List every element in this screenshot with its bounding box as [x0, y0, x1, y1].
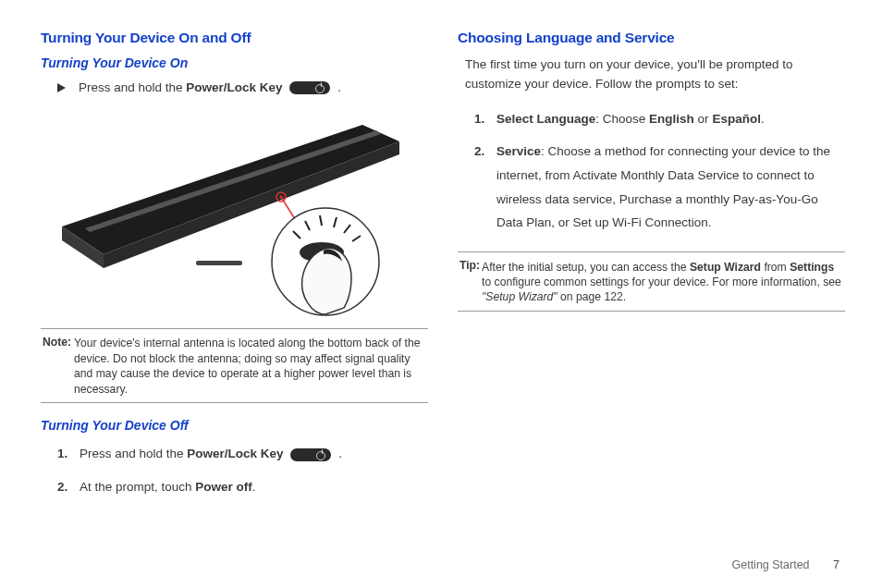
- subheading-turning-off: Turning Your Device Off: [41, 418, 428, 433]
- text-fragment: Press and hold the: [80, 447, 187, 460]
- step-text: At the prompt, touch Power off.: [80, 475, 428, 499]
- heading-turning-on-off: Turning Your Device On and Off: [41, 30, 428, 46]
- svg-point-7: [279, 195, 282, 198]
- setup-steps: 1. Select Language: Choose English or Es…: [474, 107, 845, 235]
- step-text: Press and hold the Power/Lock Key .: [80, 442, 428, 466]
- step-text: Service: Choose a method for connecting …: [496, 140, 845, 235]
- list-item: 2. At the prompt, touch Power off.: [57, 475, 428, 499]
- power-key-icon: [290, 448, 331, 461]
- step-lead: Service: [496, 144, 541, 158]
- tip-body: After the initial setup, you can access …: [482, 260, 843, 305]
- step-number: 1.: [474, 107, 496, 131]
- page-footer: Getting Started 7: [731, 558, 839, 571]
- option-english: English: [649, 112, 694, 126]
- subheading-turning-on: Turning Your Device On: [41, 55, 428, 70]
- note-label: Note:: [43, 336, 71, 349]
- power-lock-key-label: Power/Lock Key: [187, 447, 283, 460]
- page-number: 7: [833, 558, 839, 571]
- text-fragment: to configure common settings for your de…: [482, 276, 841, 288]
- text-fragment: .: [761, 112, 765, 126]
- instruction-text: Press and hold the Power/Lock Key .: [79, 80, 341, 97]
- footer-section: Getting Started: [731, 558, 809, 571]
- settings-label: Settings: [790, 261, 834, 274]
- step-text: Select Language: Choose English or Españ…: [496, 107, 845, 131]
- text-fragment: .: [337, 80, 341, 94]
- power-lock-key-label: Power/Lock Key: [186, 80, 282, 94]
- list-item: 1. Select Language: Choose English or Es…: [474, 107, 845, 131]
- setup-wizard-label: Setup Wizard: [690, 261, 761, 274]
- option-espanol: Español: [712, 112, 761, 126]
- step-number: 1.: [57, 442, 80, 466]
- intro-paragraph: The first time you turn on your device, …: [465, 55, 845, 94]
- device-illustration: [48, 106, 418, 319]
- svg-rect-4: [196, 261, 242, 265]
- text-fragment: from: [761, 261, 790, 274]
- text-fragment: or: [694, 112, 713, 126]
- setup-wizard-ref: "Setup Wizard": [482, 290, 557, 303]
- manual-page: Turning Your Device On and Off Turning Y…: [0, 0, 882, 527]
- note-antenna: Note: Your device's internal antenna is …: [41, 328, 428, 403]
- step-number: 2.: [57, 475, 80, 499]
- text-fragment: : Choose: [595, 112, 649, 126]
- heading-language-service: Choosing Language and Service: [458, 30, 845, 46]
- step-number: 2.: [474, 140, 496, 164]
- step-lead: Select Language: [496, 112, 595, 126]
- instruction-press-hold-on: Press and hold the Power/Lock Key .: [57, 80, 428, 97]
- turn-off-steps: 1. Press and hold the Power/Lock Key . 2…: [57, 442, 428, 498]
- text-fragment: on page 122.: [557, 290, 627, 303]
- right-column: Choosing Language and Service The first …: [458, 30, 845, 508]
- text-fragment: : Choose a method for connecting your de…: [496, 144, 830, 229]
- text-fragment: Press and hold the: [79, 80, 186, 94]
- tip-label: Tip:: [459, 259, 480, 272]
- power-key-icon: [289, 81, 330, 94]
- text-fragment: .: [252, 480, 256, 494]
- text-fragment: .: [335, 447, 342, 460]
- text-fragment: After the initial setup, you can access …: [482, 261, 690, 274]
- power-off-label: Power off: [195, 480, 252, 494]
- play-triangle-icon: [57, 83, 66, 92]
- text-fragment: At the prompt, touch: [80, 480, 195, 494]
- list-item: 1. Press and hold the Power/Lock Key .: [57, 442, 428, 466]
- note-body: Your device's internal antenna is locate…: [74, 336, 426, 397]
- left-column: Turning Your Device On and Off Turning Y…: [41, 30, 428, 508]
- tip-setup-wizard: Tip: After the initial setup, you can ac…: [458, 251, 845, 312]
- list-item: 2. Service: Choose a method for connecti…: [474, 140, 845, 235]
